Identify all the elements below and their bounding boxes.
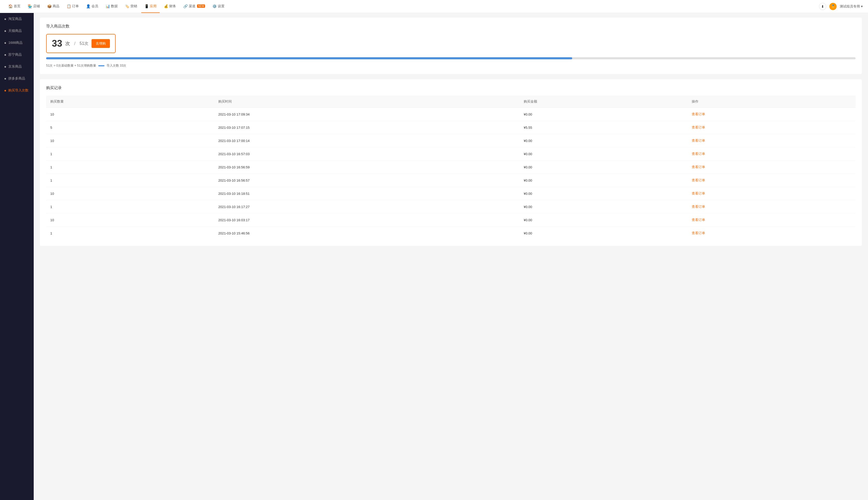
- sidebar-icon: ●: [4, 88, 6, 92]
- view-order-link[interactable]: 查看订单: [692, 192, 705, 195]
- sidebar-label: 苏宁商品: [8, 52, 22, 57]
- sidebar-item-天猫商品[interactable]: ● 天猫商品: [0, 25, 34, 37]
- sidebar-label: 购买导入次数: [8, 88, 29, 93]
- sidebar-item-苏宁商品[interactable]: ● 苏宁商品: [0, 49, 34, 61]
- sidebar-item-淘宝商品[interactable]: ● 淘宝商品: [0, 13, 34, 25]
- cell-action: 查看订单: [688, 227, 856, 240]
- nav-item-数据[interactable]: 📊 数据: [102, 0, 121, 13]
- table-row: 1 2021-03-10 15:46:56 ¥0.00 查看订单: [46, 227, 856, 240]
- nav-item-首页[interactable]: 🏠 首页: [5, 0, 24, 13]
- cell-qty: 5: [46, 121, 214, 134]
- table-row: 10 2021-03-10 17:00:14 ¥0.00 查看订单: [46, 134, 856, 147]
- view-order-link[interactable]: 查看订单: [692, 205, 705, 208]
- top-nav: 🏠 首页🏪 店铺📦 商品📋 订单👤 会员📊 数据🏷️ 营销📱 应用💰 财务🔗 渠…: [0, 0, 868, 13]
- table-row: 5 2021-03-10 17:07:15 ¥5.55 查看订单: [46, 121, 856, 134]
- table-row: 10 2021-03-10 16:03:17 ¥0.00 查看订单: [46, 214, 856, 227]
- cell-time: 2021-03-10 16:56:57: [214, 174, 520, 187]
- sidebar-icon: ●: [4, 17, 6, 21]
- sidebar-item-1688商品[interactable]: ● 1688商品: [0, 37, 34, 49]
- nav-icon: 🔗: [183, 4, 188, 8]
- cell-qty: 10: [46, 108, 214, 121]
- avatar: 🏅: [830, 3, 837, 10]
- nav-label: 会员: [91, 4, 98, 9]
- cell-qty: 10: [46, 134, 214, 147]
- cell-action: 查看订单: [688, 121, 856, 134]
- sidebar-item-拼多多商品[interactable]: ● 拼多多商品: [0, 72, 34, 84]
- records-table: 购买数量购买时间购买金额操作 10 2021-03-10 17:09:34 ¥0…: [46, 95, 856, 240]
- sidebar-label: 拼多多商品: [8, 76, 25, 81]
- view-order-link[interactable]: 查看订单: [692, 218, 705, 222]
- legend-row: 51次 = 0次基础数量 + 51次增购数量 导入次数 33次: [46, 64, 856, 68]
- nav-item-订单[interactable]: 📋 订单: [64, 0, 82, 13]
- col-header: 购买金额: [520, 95, 688, 108]
- cell-action: 查看订单: [688, 161, 856, 174]
- nav-item-商品[interactable]: 📦 商品: [44, 0, 63, 13]
- main-content: 购买导入次数 导入商品次数 33 次 / 51次 去增购 51次 = 0次基础数…: [34, 0, 868, 487]
- nav-icon: ⚙️: [212, 4, 217, 8]
- view-order-link[interactable]: 查看订单: [692, 112, 705, 116]
- cell-amount: ¥0.00: [520, 227, 688, 240]
- buy-button[interactable]: 去增购: [91, 39, 110, 48]
- sidebar-label: 淘宝商品: [8, 16, 22, 21]
- nav-item-设置[interactable]: ⚙️ 设置: [209, 0, 227, 13]
- nav-label: 设置: [218, 4, 224, 9]
- view-order-link[interactable]: 查看订单: [692, 231, 705, 235]
- table-row: 1 2021-03-10 16:56:59 ¥0.00 查看订单: [46, 161, 856, 174]
- view-order-link[interactable]: 查看订单: [692, 178, 705, 182]
- nav-icon: 👤: [86, 4, 90, 8]
- nav-icon: 🏷️: [125, 4, 129, 8]
- table-row: 1 2021-03-10 16:57:03 ¥0.00 查看订单: [46, 147, 856, 161]
- view-order-link[interactable]: 查看订单: [692, 125, 705, 129]
- cell-qty: 10: [46, 187, 214, 200]
- nav-item-财务[interactable]: 💰 财务: [161, 0, 179, 13]
- cell-amount: ¥0.00: [520, 161, 688, 174]
- username[interactable]: 测试组员专用 ▾: [840, 4, 863, 9]
- nav-item-应用[interactable]: 📱 应用: [141, 0, 160, 13]
- view-order-link[interactable]: 查看订单: [692, 152, 705, 156]
- nav-item-会员[interactable]: 👤 会员: [83, 0, 101, 13]
- nav-icon: 🏠: [8, 4, 13, 8]
- cell-qty: 10: [46, 214, 214, 227]
- cell-action: 查看订单: [688, 134, 856, 147]
- nav-item-营销[interactable]: 🏷️ 营销: [122, 0, 140, 13]
- sidebar-item-购买导入次数[interactable]: ● 购买导入次数: [0, 84, 34, 96]
- sidebar-label: 1688商品: [8, 41, 23, 45]
- nav-item-渠道[interactable]: 🔗 渠道NEW: [180, 0, 208, 13]
- progress-bar-wrap: [46, 57, 856, 59]
- nav-icon: 📱: [144, 4, 149, 8]
- purchase-records-card: 购买记录 购买数量购买时间购买金额操作 10 2021-03-10 17:09:…: [40, 79, 862, 246]
- nav-item-店铺[interactable]: 🏪 店铺: [25, 0, 43, 13]
- cell-qty: 1: [46, 161, 214, 174]
- cell-action: 查看订单: [688, 174, 856, 187]
- table-body: 10 2021-03-10 17:09:34 ¥0.00 查看订单 5 2021…: [46, 108, 856, 240]
- records-section-title: 购买记录: [46, 86, 856, 90]
- cell-amount: ¥0.00: [520, 187, 688, 200]
- cell-qty: 1: [46, 227, 214, 240]
- import-section-card: 导入商品次数 33 次 / 51次 去增购 51次 = 0次基础数量 + 51次…: [40, 18, 862, 74]
- usage-box: 33 次 / 51次 去增购: [46, 34, 115, 53]
- view-order-link[interactable]: 查看订单: [692, 165, 705, 169]
- table-row: 10 2021-03-10 16:18:51 ¥0.00 查看订单: [46, 187, 856, 200]
- cell-action: 查看订单: [688, 187, 856, 200]
- cell-time: 2021-03-10 16:18:51: [214, 187, 520, 200]
- nav-items: 🏠 首页🏪 店铺📦 商品📋 订单👤 会员📊 数据🏷️ 营销📱 应用💰 财务🔗 渠…: [5, 0, 819, 13]
- sidebar: ● 淘宝商品● 天猫商品● 1688商品● 苏宁商品● 京东商品● 拼多多商品●…: [0, 13, 34, 487]
- download-icon[interactable]: ⬇: [819, 3, 826, 10]
- used-count: 33: [52, 38, 62, 49]
- nav-icon: 📋: [67, 4, 71, 8]
- legend-dot-icon: [98, 65, 104, 66]
- cell-time: 2021-03-10 16:57:03: [214, 147, 520, 161]
- cell-time: 2021-03-10 17:09:34: [214, 108, 520, 121]
- nav-label: 数据: [111, 4, 118, 9]
- nav-label: 财务: [169, 4, 176, 9]
- nav-icon: 💰: [164, 4, 168, 8]
- nav-right: ⬇ 🏅 测试组员专用 ▾: [819, 3, 863, 10]
- nav-badge: NEW: [197, 4, 205, 8]
- view-order-link[interactable]: 查看订单: [692, 139, 705, 143]
- cell-time: 2021-03-10 16:56:59: [214, 161, 520, 174]
- nav-label: 营销: [131, 4, 137, 9]
- progress-fill: [46, 57, 572, 59]
- table-row: 1 2021-03-10 16:17:27 ¥0.00 查看订单: [46, 200, 856, 214]
- cell-time: 2021-03-10 15:46:56: [214, 227, 520, 240]
- sidebar-item-京东商品[interactable]: ● 京东商品: [0, 61, 34, 72]
